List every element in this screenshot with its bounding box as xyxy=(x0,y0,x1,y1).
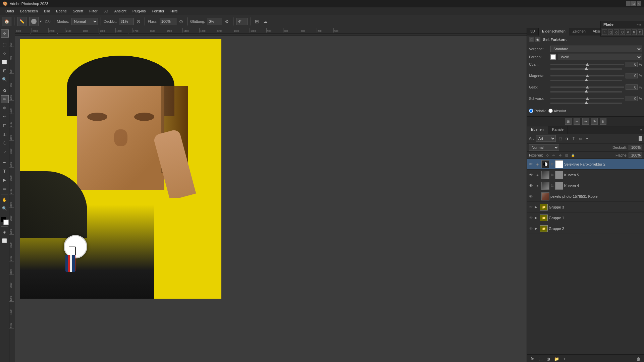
brush-tool-icon[interactable]: ✏️ xyxy=(17,17,26,26)
symmetry-icon[interactable]: ⊞ xyxy=(254,18,260,25)
lock-move-icon[interactable]: ✛ xyxy=(557,153,563,158)
flow-pressure-icon[interactable]: ⊙ xyxy=(178,18,184,25)
layer-kind-filter[interactable]: Art xyxy=(536,135,556,142)
panel-bottom-icon1[interactable]: ⊞ xyxy=(565,118,572,125)
filter-shape-icon[interactable]: ▭ xyxy=(577,135,583,141)
type-tool[interactable]: T xyxy=(1,167,9,175)
add-mask-button[interactable]: ⬚ xyxy=(537,356,544,362)
panel-bottom-icon4[interactable]: 👁 xyxy=(591,118,598,125)
blend-mode-select[interactable]: Normal xyxy=(529,144,559,151)
layer-visibility-kurven4[interactable]: 👁 xyxy=(528,183,534,188)
radio-absolut[interactable] xyxy=(548,109,553,113)
crop-tool[interactable]: ⊡ xyxy=(1,67,9,75)
gradient-tool[interactable]: ◫ xyxy=(1,130,9,138)
cyan-slider-thumb[interactable] xyxy=(585,67,588,70)
pen-tool[interactable]: ✒ xyxy=(1,159,9,167)
layer-style-button[interactable]: fx xyxy=(529,356,536,362)
layer-item-kurven4[interactable]: 👁 ◈ ⛓ Kurven 4 xyxy=(527,180,644,191)
close-button[interactable]: ✕ xyxy=(637,1,641,6)
layer-visibility-selektiv2[interactable]: 👁 xyxy=(528,162,534,167)
filter-pixel-icon[interactable]: ⬚ xyxy=(557,135,563,141)
angle-input[interactable] xyxy=(236,18,248,25)
lock-artboard-icon[interactable]: ⊡ xyxy=(564,153,569,158)
lock-all-icon[interactable]: 🔒 xyxy=(570,153,576,158)
menu-bild[interactable]: Bild xyxy=(41,8,53,14)
layers-menu-icon[interactable]: ≡ xyxy=(639,126,644,134)
magenta-slider-thumb[interactable] xyxy=(585,78,588,81)
new-layer-button[interactable]: + xyxy=(561,356,568,362)
radio-relativ[interactable] xyxy=(529,109,533,113)
gelb-value[interactable] xyxy=(626,84,638,90)
paths-icon3[interactable]: ◇ xyxy=(614,29,619,35)
layer-item-gruppe1[interactable]: 👁 ▶ 📁 Gruppe 1 xyxy=(527,213,644,223)
tab-eigenschaften[interactable]: Eigenschaften xyxy=(539,28,569,36)
layer-opacity-input[interactable] xyxy=(629,145,642,150)
radio-relativ-label[interactable]: Relativ xyxy=(529,109,546,113)
menu-plugins[interactable]: Plug-ins xyxy=(130,8,149,14)
menu-datei[interactable]: Datei xyxy=(3,8,17,14)
eyedropper-tool[interactable]: 🔍 xyxy=(1,75,9,83)
menu-ansicht[interactable]: Ansicht xyxy=(112,8,129,14)
gelb-slider-thumb[interactable] xyxy=(585,90,588,93)
maximize-button[interactable]: □ xyxy=(631,1,636,6)
shape-tool[interactable]: ▭ xyxy=(1,185,9,193)
paths-icon2[interactable]: ◻ xyxy=(608,29,613,35)
smoothing-settings-icon[interactable]: ⚙ xyxy=(223,18,230,25)
schwarz-slider[interactable] xyxy=(550,96,624,101)
layer-visibility-gruppe1[interactable]: 👁 xyxy=(528,215,534,221)
background-color[interactable] xyxy=(3,220,9,225)
gelb-slider[interactable] xyxy=(550,85,624,89)
layer-visibility-photo[interactable]: 👁 xyxy=(528,194,534,199)
layer-item-photo[interactable]: 👁 pexels-photo-1578531 Kopie xyxy=(527,191,644,202)
move-tool[interactable]: ✛ xyxy=(1,29,9,38)
clouds-icon[interactable]: ☁ xyxy=(262,18,269,25)
layer-item-kurven5[interactable]: 👁 ◈ ⛓ Kurven 5 xyxy=(527,170,644,180)
hand-tool[interactable]: ✋ xyxy=(1,196,9,204)
add-adjustment-button[interactable]: ◑ xyxy=(545,356,552,362)
lasso-tool[interactable]: ⌾ xyxy=(1,49,9,57)
filter-toggle[interactable] xyxy=(639,136,642,141)
blur-tool[interactable]: ◌ xyxy=(1,139,9,147)
layer-item-gruppe3[interactable]: 👁 ▶ 📁 Gruppe 3 xyxy=(527,202,644,213)
color-swatches[interactable] xyxy=(1,217,9,225)
filter-adjustment-icon[interactable]: ◑ xyxy=(564,135,570,141)
minimize-button[interactable]: ─ xyxy=(626,1,631,6)
zoom-tool[interactable]: 🔍 xyxy=(1,204,9,213)
tab-kanaele[interactable]: Kanäle xyxy=(548,126,568,134)
cyan-value[interactable] xyxy=(626,62,638,67)
layer-item-gruppe2[interactable]: 👁 ▶ 📁 Gruppe 2 xyxy=(527,223,644,234)
cyan-slider[interactable] xyxy=(550,62,624,67)
paths-collapse-icon[interactable]: − xyxy=(637,23,639,26)
mode-select[interactable]: Normal xyxy=(71,18,98,25)
menu-fenster[interactable]: Fenster xyxy=(149,8,167,14)
dodge-tool[interactable]: ○ xyxy=(1,147,9,156)
menu-schrift[interactable]: Schrift xyxy=(70,8,86,14)
panel-bottom-delete[interactable]: 🗑 xyxy=(600,118,606,125)
layer-visibility-gruppe2[interactable]: 👁 xyxy=(528,226,534,231)
home-button[interactable]: 🏠 xyxy=(2,17,11,26)
menu-3d[interactable]: 3D xyxy=(101,8,111,14)
brush-preset[interactable]: ▼ xyxy=(29,17,42,26)
filter-type-icon[interactable]: T xyxy=(571,135,577,141)
opacity-input[interactable] xyxy=(119,18,134,25)
eraser-tool[interactable]: ◻ xyxy=(1,121,9,129)
vorgabe-select[interactable]: Standard xyxy=(550,46,642,52)
menu-bearbeiten[interactable]: Bearbeiten xyxy=(17,8,41,14)
vector-mask-icon[interactable]: ◉ xyxy=(535,37,540,42)
brush-tool[interactable]: ✏ xyxy=(1,95,9,103)
magenta-slider[interactable] xyxy=(550,73,624,78)
paths-icon5[interactable]: ⊕ xyxy=(626,29,631,35)
layer-visibility-gruppe3[interactable]: 👁 xyxy=(528,204,534,210)
schwarz-value[interactable] xyxy=(626,96,638,101)
flow-input[interactable] xyxy=(160,18,176,25)
lock-draw-icon[interactable]: ✏ xyxy=(551,153,556,158)
panel-bottom-icon2[interactable]: ↩ xyxy=(574,118,580,125)
radio-absolut-label[interactable]: Absolut xyxy=(548,109,566,113)
quick-mask-mode[interactable]: ◈ xyxy=(1,228,9,236)
tab-zeichen[interactable]: Zeichen xyxy=(569,28,589,36)
layer-fill-input[interactable] xyxy=(629,153,642,158)
tab-3d[interactable]: 3D xyxy=(527,28,539,36)
object-selection-tool[interactable]: ⬜ xyxy=(1,58,9,66)
screen-mode[interactable]: ⬜ xyxy=(1,237,9,245)
opacity-pressure-icon[interactable]: ⊙ xyxy=(135,18,142,25)
